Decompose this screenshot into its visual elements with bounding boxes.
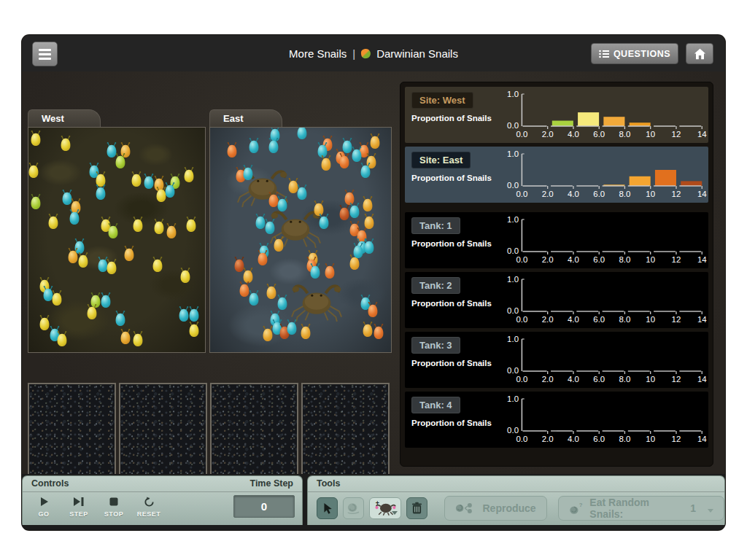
snail[interactable] [50,289,63,309]
tank-thumb-4[interactable] [301,383,390,480]
snail[interactable] [28,162,40,182]
snail[interactable] [95,184,107,204]
reset-icon [135,495,163,508]
snail[interactable] [188,321,201,341]
chart-plot-tank-4: 1.00.00.02.04.06.08.0101214 [501,392,708,448]
add-snail-tool[interactable] [343,497,364,519]
time-step-label: Time Step [249,476,293,491]
tank-thumb-1[interactable] [28,383,116,480]
snail[interactable] [263,218,276,238]
home-icon [694,48,706,60]
chart-row-site-east[interactable]: Site: EastProportion of Snails1.00.00.02… [405,147,708,203]
snail[interactable] [77,252,90,271]
snail[interactable] [276,195,289,215]
svg-text:1.0: 1.0 [507,335,519,343]
chart-row-tank-1[interactable]: Tank: 1Proportion of Snails1.00.00.02.04… [405,212,708,268]
snail[interactable] [179,268,192,287]
snail[interactable] [120,328,132,348]
snail[interactable] [256,249,268,269]
stop-button[interactable]: STOP [100,495,128,518]
snail[interactable] [151,256,163,276]
reproduce-button[interactable]: Reproduce [444,496,547,521]
snail[interactable] [155,187,167,206]
snail[interactable] [132,216,144,236]
snail[interactable] [107,222,120,242]
snail[interactable] [368,133,381,152]
snail[interactable] [183,166,196,186]
chart-plot-tank-1: 1.00.00.02.04.06.08.0101214 [501,212,708,268]
snail[interactable] [130,171,142,190]
snail[interactable] [185,216,197,236]
snail[interactable] [114,152,126,172]
habitat-west[interactable] [28,127,206,353]
svg-text:4.0: 4.0 [568,375,579,383]
snail[interactable] [132,330,144,350]
snail[interactable] [262,326,274,346]
svg-text:2.0: 2.0 [542,375,554,383]
questions-button[interactable]: QUESTIONS [591,43,678,64]
controls-title: Controls [31,476,69,491]
snail[interactable] [247,289,260,309]
snail[interactable] [360,162,372,182]
home-button[interactable] [686,43,713,64]
add-crab-tool[interactable]: + [369,497,401,519]
tank-thumb-2[interactable] [119,383,207,480]
snail[interactable] [285,319,298,338]
go-button[interactable]: GO [30,495,58,518]
chart-row-tank-4[interactable]: Tank: 4Proportion of Snails1.00.00.02.04… [405,392,708,448]
snail[interactable] [372,324,384,343]
snail[interactable] [59,135,71,155]
svg-text:14: 14 [697,190,707,198]
snail[interactable] [55,330,68,350]
svg-text:1.0: 1.0 [507,394,519,402]
snail[interactable] [367,301,379,321]
snail[interactable] [300,324,312,343]
chart-row-site-west[interactable]: Site: WestProportion of Snails1.00.00.02… [405,87,708,143]
snail[interactable] [242,164,255,184]
snail[interactable] [47,214,59,233]
snail[interactable] [309,262,321,282]
chart-title-tank-3: Tank: 3 [411,337,460,354]
snail[interactable] [166,222,178,242]
snail[interactable] [338,152,350,172]
snail[interactable] [323,262,336,282]
chart-row-tank-3[interactable]: Tank: 3Proportion of Snails1.00.00.02.04… [405,332,708,388]
snail[interactable] [68,209,80,228]
svg-text:8.0: 8.0 [619,375,630,383]
snail[interactable] [273,236,285,255]
habitat-east[interactable] [209,127,392,353]
snail[interactable] [29,131,42,150]
svg-text:6.0: 6.0 [593,315,605,323]
tank-thumb-3[interactable] [210,383,298,480]
step-button[interactable]: STEP [65,495,93,518]
snail[interactable] [320,155,332,175]
snail[interactable] [361,195,374,215]
select-tool[interactable] [317,497,338,519]
snail[interactable] [153,218,166,238]
snail[interactable] [363,238,376,257]
snail[interactable] [100,292,112,311]
snail[interactable] [114,310,126,330]
snail[interactable] [225,141,238,161]
tab-east[interactable]: East [209,109,282,127]
reset-button[interactable]: RESET [135,495,163,518]
delete-tool[interactable] [406,497,427,519]
snail[interactable] [29,193,42,213]
svg-text:0.0: 0.0 [516,130,527,138]
snail[interactable] [267,137,279,157]
snail[interactable] [123,245,135,265]
snail[interactable] [296,184,309,204]
snail[interactable] [318,214,330,233]
chart-row-tank-2[interactable]: Tank: 2Proportion of Snails1.00.00.02.04… [405,272,708,328]
snail[interactable] [296,127,309,143]
snail[interactable] [247,137,260,157]
tab-west[interactable]: West [28,109,101,127]
svg-text:2.0: 2.0 [542,190,554,198]
snail[interactable] [86,303,98,323]
step-label: STEP [65,510,93,518]
reset-label: RESET [135,510,163,518]
snail[interactable] [105,258,117,278]
eat-random-snails-button[interactable]: ? Eat Random Snails: 1 [558,496,724,521]
snail[interactable] [349,202,361,222]
snail[interactable] [352,243,365,262]
